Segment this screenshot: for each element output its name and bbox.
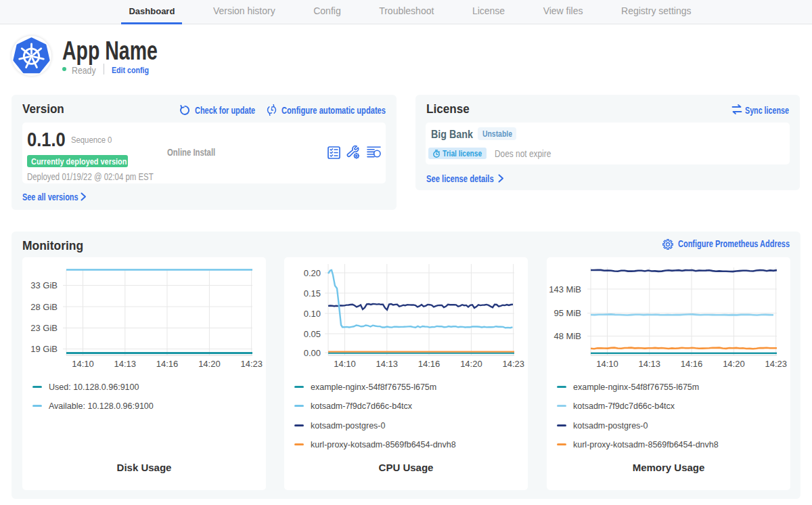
svg-text:143 MiB: 143 MiB [549, 284, 581, 294]
svg-text:14:23: 14:23 [765, 359, 787, 369]
svg-text:14:23: 14:23 [240, 359, 263, 369]
svg-text:14:20: 14:20 [198, 359, 221, 369]
svg-text:14:13: 14:13 [114, 359, 137, 369]
svg-text:14:13: 14:13 [639, 359, 661, 369]
svg-text:0.20: 0.20 [304, 268, 321, 278]
svg-text:14:10: 14:10 [596, 359, 618, 369]
svg-text:14:16: 14:16 [681, 359, 703, 369]
svg-text:14:16: 14:16 [418, 359, 441, 369]
svg-text:19 GiB: 19 GiB [30, 344, 58, 354]
svg-text:0.10: 0.10 [304, 309, 321, 319]
svg-text:95 MiB: 95 MiB [554, 308, 581, 318]
svg-text:14:10: 14:10 [334, 359, 356, 369]
svg-text:14:13: 14:13 [376, 359, 399, 369]
svg-text:14:10: 14:10 [72, 359, 94, 369]
svg-text:14:20: 14:20 [460, 359, 482, 369]
svg-text:48 MiB: 48 MiB [554, 331, 581, 341]
svg-text:23 GiB: 23 GiB [30, 323, 58, 333]
svg-text:0.05: 0.05 [304, 329, 321, 339]
svg-text:0.15: 0.15 [304, 288, 321, 299]
svg-text:14:20: 14:20 [723, 359, 745, 369]
svg-text:14:16: 14:16 [156, 359, 179, 369]
svg-text:28 GiB: 28 GiB [30, 302, 58, 312]
svg-text:0.00: 0.00 [304, 348, 321, 358]
svg-text:33 GiB: 33 GiB [30, 280, 58, 290]
svg-text:14:23: 14:23 [502, 359, 524, 369]
